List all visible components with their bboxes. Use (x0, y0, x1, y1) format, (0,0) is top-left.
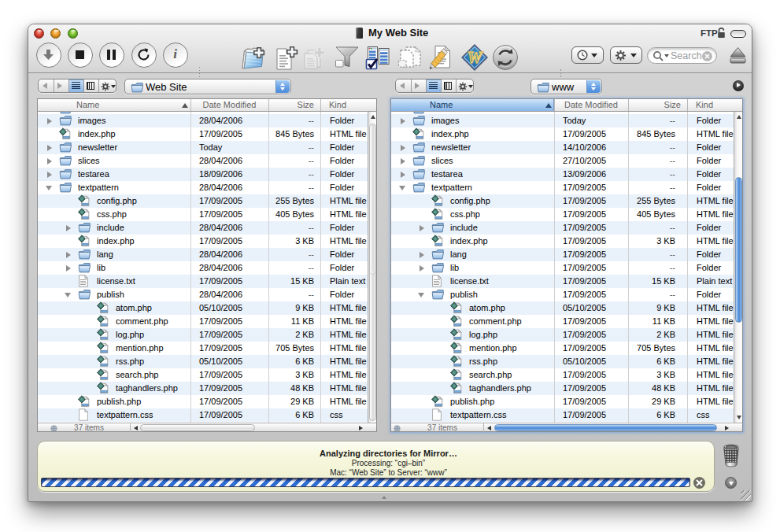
svg-text:W: W (468, 48, 483, 67)
